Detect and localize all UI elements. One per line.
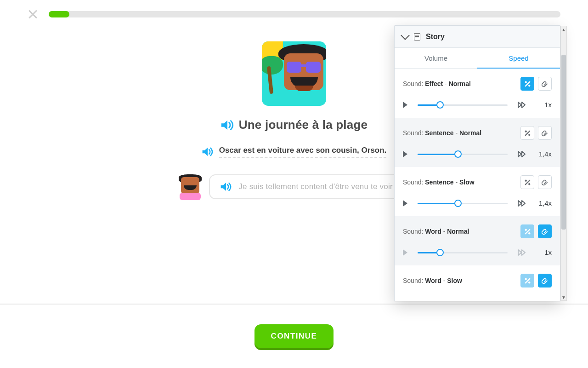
- speed-slider[interactable]: [418, 200, 508, 207]
- fast-forward-icon[interactable]: [518, 200, 526, 207]
- story-settings-panel: ▲▼ Story Volume Speed Sound: Effect - No…: [394, 25, 560, 301]
- sound-row: Sound: Word - Normal 1x: [395, 216, 560, 265]
- sound-label: Sound: Sentence - Normal: [403, 129, 481, 137]
- tab-speed[interactable]: Speed: [477, 48, 560, 69]
- close-icon[interactable]: [28, 9, 38, 19]
- speed-slider[interactable]: [418, 101, 508, 109]
- fast-forward-icon[interactable]: [518, 102, 526, 108]
- story-title: Une journée à la plage: [239, 118, 368, 132]
- panel-scrollbar[interactable]: ▲▼: [560, 26, 567, 301]
- play-icon: [403, 249, 407, 256]
- percent-button[interactable]: [520, 77, 534, 91]
- story-sentence: Oscar est en voiture avec son cousin, Or…: [219, 146, 387, 158]
- speed-value: 1x: [536, 248, 552, 256]
- sound-label: Sound: Sentence - Slow: [403, 178, 475, 186]
- percent-button[interactable]: [520, 175, 534, 189]
- tab-volume[interactable]: Volume: [395, 48, 477, 69]
- speed-slider: [418, 249, 508, 256]
- play-icon[interactable]: [403, 200, 407, 207]
- speed-value: 1,4x: [536, 150, 552, 158]
- play-icon[interactable]: [403, 151, 407, 157]
- sound-label: Sound: Effect - Normal: [403, 80, 471, 87]
- continue-button[interactable]: CONTINUE: [254, 324, 334, 348]
- dialog-text: Je suis tellement content d'être venu te…: [238, 182, 397, 191]
- attachment-button[interactable]: [538, 126, 552, 140]
- speed-slider[interactable]: [418, 150, 508, 158]
- attachment-button[interactable]: [538, 175, 552, 189]
- character-avatar: [180, 176, 201, 197]
- fast-forward-icon: [518, 249, 526, 256]
- sound-label: Sound: Word - Slow: [403, 277, 462, 284]
- play-bubble-audio-icon[interactable]: [220, 182, 232, 192]
- play-title-audio-icon[interactable]: [220, 120, 234, 131]
- lesson-progress: [49, 11, 560, 17]
- play-sentence-audio-icon[interactable]: [202, 147, 214, 156]
- sound-label: Sound: Word - Normal: [403, 228, 469, 235]
- document-icon: [414, 33, 420, 40]
- attachment-button[interactable]: [538, 224, 552, 238]
- play-icon[interactable]: [403, 102, 407, 108]
- attachment-button[interactable]: [538, 77, 552, 91]
- percent-button[interactable]: [520, 274, 534, 288]
- speed-value: 1x: [536, 101, 552, 109]
- percent-button[interactable]: [520, 224, 534, 238]
- story-illustration: [262, 41, 326, 106]
- sound-row: Sound: Sentence - Slow 1,4x: [395, 167, 560, 216]
- percent-button[interactable]: [520, 126, 534, 140]
- dialog-bubble: Je suis tellement content d'être venu te…: [209, 174, 408, 199]
- speed-value: 1,4x: [536, 199, 552, 207]
- attachment-button[interactable]: [538, 274, 552, 288]
- fast-forward-icon[interactable]: [518, 151, 526, 157]
- sound-row: Sound: Word - Slow: [395, 265, 560, 297]
- sound-row: Sound: Sentence - Normal 1,4x: [395, 118, 560, 167]
- panel-title: Story: [426, 33, 445, 41]
- chevron-down-icon[interactable]: [401, 31, 410, 40]
- sound-row: Sound: Effect - Normal 1x: [395, 69, 560, 118]
